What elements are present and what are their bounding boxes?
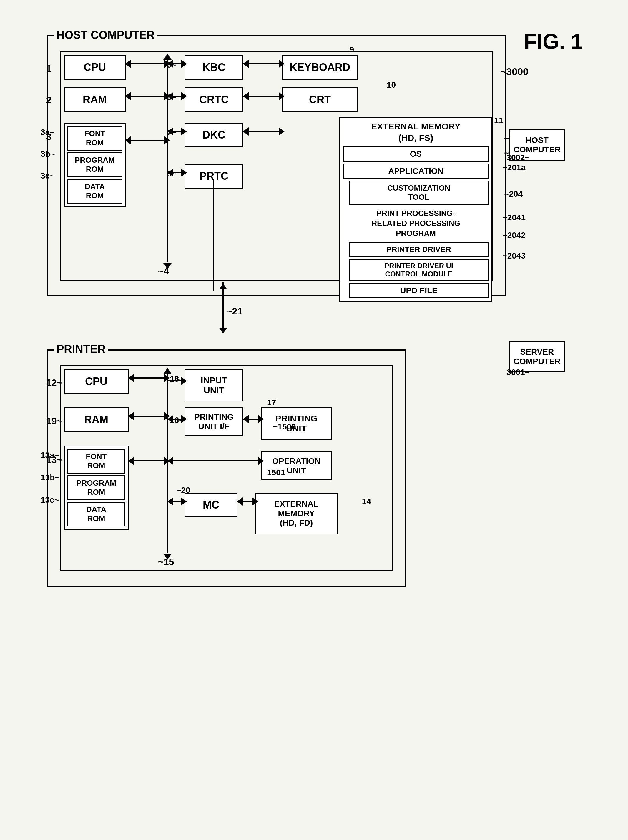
connection-line-21 [223, 283, 224, 329]
crt-crtc-arrow-left [243, 92, 249, 100]
bus-op-arrow [258, 457, 264, 465]
op-bus-arrow-left [168, 457, 173, 465]
printer-data-rom-box: DATAROM [67, 502, 125, 526]
operation-unit-1501-number: 1501 [267, 468, 285, 477]
ram-box: 3 RAM [64, 87, 126, 112]
printer-cpu-bus-line [129, 377, 166, 379]
printer-program-rom-number: 13b~ [41, 473, 60, 482]
ram-number: 2 [46, 95, 52, 106]
printer-font-rom-number: 13a~ [41, 451, 59, 460]
cpu-bus-arrow-left [125, 60, 131, 68]
puf-pu-arrow [258, 415, 264, 423]
dkc-extmem-line [244, 131, 281, 132]
bus-line [167, 55, 168, 262]
keyboard-number: 9 [349, 45, 354, 54]
figure-title: FIG. 1 [524, 29, 583, 54]
printer-driver-box: PRINTER DRIVER [349, 242, 489, 257]
printer-ext-memory-box: EXTERNAL MEMORY(HD, FD) [255, 493, 337, 534]
printer-label: PRINTER [54, 343, 108, 355]
printer-bus-number: ~15 [158, 556, 174, 567]
kbc-keyboard-arrow [279, 60, 285, 68]
bus-kbc-arrow [181, 60, 187, 68]
extmem-mc-arrow-left [237, 497, 243, 505]
puf-bus-arrow-left [168, 415, 173, 423]
upd-file-box: UPD FILE [349, 283, 489, 298]
ext-memory-title: EXTERNAL MEMORY(HD, FS) [343, 121, 489, 144]
printer-cpu-bus-arrow-left [128, 374, 134, 382]
kbc-box: KBC [185, 55, 244, 80]
bus-op-line [168, 460, 261, 461]
host-3000-number: ~3000 [501, 66, 529, 77]
crtc-crt-line [244, 96, 281, 97]
extmem-dkc-arrow-left [243, 127, 249, 136]
rom-bus-arrow-left [125, 136, 131, 144]
bus-dkc-arrow [181, 127, 187, 136]
printer-data-rom-number: 13c~ [41, 495, 59, 505]
bus-prtc-arrow [181, 169, 187, 177]
printer-ram-box: RAM [64, 407, 129, 432]
printer-rom-bus-line [129, 460, 166, 461]
application-box: APPLICATION [343, 164, 489, 179]
printer-rom-bus-arrow-left [128, 457, 134, 465]
connection-arrow-down [219, 328, 227, 333]
line-21-number: ~21 [226, 306, 242, 317]
cpu-to-bus-line [126, 63, 166, 65]
cpu-box: CPU [64, 55, 126, 80]
printing-unit-17-number: 17 [267, 398, 276, 407]
pu-puf-arrow-left [243, 415, 249, 423]
prtc-down-line [213, 179, 214, 291]
program-rom-number: 3b~ [41, 149, 55, 159]
printer-cpu-box: CPU [64, 369, 129, 394]
printer-cpu-number: 12~ [46, 377, 62, 388]
printer-bus-arrow-up [163, 368, 172, 374]
connection-arrow-up [219, 284, 227, 289]
bus-arrow-up [163, 54, 172, 60]
mc-bus-arrow-left [168, 497, 173, 505]
printer-ram-bus-arrow-left [128, 412, 134, 420]
host-computer-box: HOST COMPUTER 1 CPU 2 3 RAM 3 3a~ [47, 35, 506, 297]
printer-driver-ui-box: PRINTER DRIVER UICONTROL MODULE [349, 259, 489, 281]
printerdrv-number: ~2041 [502, 213, 525, 223]
cpu-number: 1 [46, 63, 52, 74]
rom-group-box: 3a~ FONTROM 3b~ PROGRAMROM 3c~ DATAROM [64, 123, 126, 207]
data-rom-number: 3c~ [41, 171, 55, 181]
rom-bus-arrow-right [164, 136, 170, 144]
os-box: OS [343, 147, 489, 162]
host-inner: 1 CPU 2 3 RAM 3 3a~ FONTROM 3b~ [60, 51, 493, 281]
diagram-wrapper: FIG. 1 HOST COMPUTER 1 CPU 2 3 RAM 3 [24, 17, 612, 588]
ext-memory-box: EXTERNAL MEMORY(HD, FS) OS APPLICATION C… [339, 117, 492, 302]
ram-to-bus-line [126, 96, 166, 97]
mc-box: MC [185, 493, 237, 517]
printing-unit-1500-number: ~1500 [273, 422, 296, 431]
crt-box: CRT [282, 87, 358, 112]
bus-puf-arrow [181, 415, 187, 423]
dkc-box: DKC [185, 123, 244, 147]
ram-bus-arrow-left [125, 92, 131, 100]
printing-unit-box: PRINTINGUNIT [261, 407, 332, 440]
server-3001-number: 3001~ [506, 368, 530, 377]
print-processing-label: PRINT PROCESSING-RELATED PROCESSINGPROGR… [343, 207, 489, 240]
data-rom-box: DATAROM [67, 179, 122, 204]
program-rom-box: PROGRAMROM [67, 152, 122, 177]
crt-number: 10 [387, 80, 396, 90]
crtc-bus-arrow-left [168, 92, 173, 100]
printer-font-rom-box: FONTROM [67, 449, 125, 474]
prtc-box: PRTC [185, 164, 244, 188]
printer-ext-memory-number: 14 [362, 497, 371, 506]
crtc-box: CRTC [185, 87, 244, 112]
bus-input-arrow [181, 377, 187, 385]
rom-to-bus-line [126, 140, 166, 141]
printproc-number: ~204 [504, 189, 523, 199]
custom-number: ~201a [502, 163, 525, 172]
kbc-keyboard-line [244, 63, 281, 65]
input-unit-box: INPUTUNIT [185, 369, 244, 401]
printer-box: PRINTER 12~ CPU 19~ RAM 13~ 13a~ FONTROM… [47, 349, 406, 587]
ext-mem-number-11: 11 [494, 116, 503, 125]
font-rom-number: 3a~ [41, 128, 55, 137]
upd-number: ~2043 [502, 251, 525, 261]
printerdrv-ui-number: ~2042 [502, 231, 525, 240]
printer-ram-number: 19~ [46, 415, 62, 426]
printer-rom-group: 13a~ FONTROM 13b~ PROGRAMROM 13c~ DATARO… [64, 445, 129, 530]
keyboard-box: KEYBOARD [282, 55, 358, 80]
host-3002-number: 3002~ [506, 153, 530, 163]
